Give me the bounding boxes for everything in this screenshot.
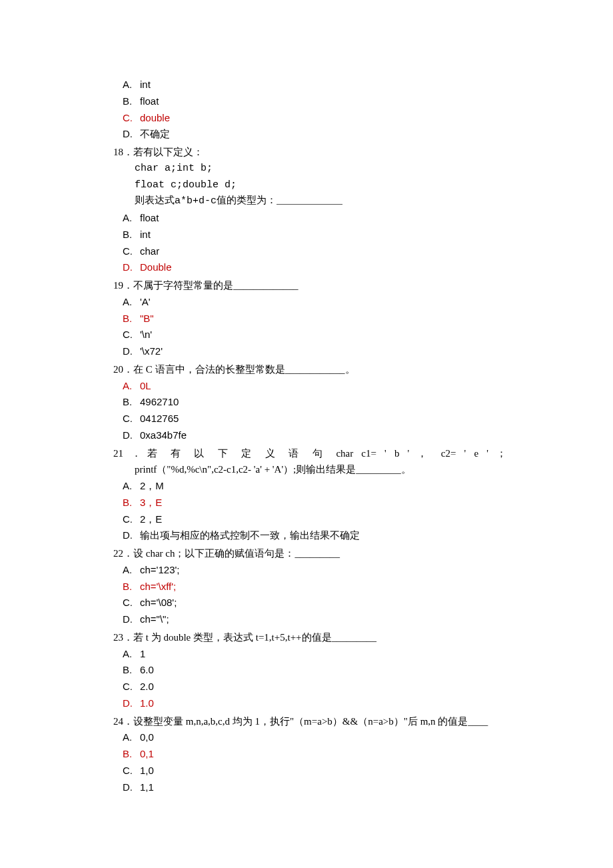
option-label: A.	[123, 77, 140, 93]
option-text: 2，M	[140, 478, 164, 495]
option: D. 1,1	[123, 779, 513, 796]
question-24: 24．设整型变量 m,n,a,b,c,d 均为 1，执行"（m=a>b）&&（n…	[113, 713, 513, 730]
option-label: B.	[123, 746, 140, 763]
option: A. 2，M	[123, 478, 513, 495]
option-text: int	[140, 77, 151, 93]
option: B. 6.0	[123, 662, 513, 679]
question-prompt: 设 char ch；以下正确的赋值语句是：_________	[133, 548, 340, 559]
option-label: C.	[123, 679, 140, 695]
option-label: C.	[123, 110, 140, 127]
option-text: char	[140, 243, 159, 260]
option: C. 2.0	[123, 679, 513, 695]
option-text: float	[140, 210, 159, 227]
option-label: B.	[123, 394, 140, 411]
option-label: C.	[123, 511, 140, 528]
option-text: ch='\08';	[140, 595, 177, 611]
option-label: D.	[123, 126, 140, 143]
option-label: B.	[123, 311, 140, 327]
question-22: 22．设 char ch；以下正确的赋值语句是：_________	[113, 545, 513, 562]
question-prompt: 若 t 为 double 类型，表达式 t=1,t+5,t++的值是______…	[133, 632, 376, 643]
option: B. "B"	[123, 311, 513, 327]
option: A. 1	[123, 646, 513, 663]
option-label: A.	[123, 478, 140, 495]
option-label: C.	[123, 411, 140, 427]
option-label: C.	[123, 595, 140, 611]
question-18: 18．若有以下定义：	[113, 144, 513, 161]
option-text: 0xa34b7fe	[140, 427, 187, 444]
option-label: B.	[123, 662, 140, 679]
question-number: 24．	[113, 716, 133, 727]
option-label: D.	[123, 259, 140, 276]
option-text: 0,1	[140, 746, 154, 763]
option: A. 0,0	[123, 729, 513, 746]
option-text: ch="\";	[140, 611, 169, 628]
option-text: double	[140, 110, 170, 127]
option-text: 1.0	[140, 695, 154, 712]
option: B. 4962710	[123, 394, 513, 411]
document-body: A. int B. float C. double D. 不确定 18．若有以下…	[113, 77, 513, 795]
option-label: A.	[123, 646, 140, 663]
question-21: 21 ．若 有 以 下 定 义 语 句 char c1= ' b ' ， c2=…	[113, 445, 513, 462]
option-label: D.	[123, 695, 140, 712]
option: D. 不确定	[123, 126, 513, 143]
option-label: B.	[123, 227, 140, 243]
question-number: 22．	[113, 548, 133, 559]
option-label: A.	[123, 378, 140, 395]
code-line: 则表达式a*b+d-c值的类型为：___________	[135, 193, 513, 210]
option-label: A.	[123, 210, 140, 227]
option-label: D.	[123, 343, 140, 360]
question-number: 18．	[113, 147, 133, 157]
option-text: ch='\xff';	[140, 579, 176, 595]
option-label: A.	[123, 294, 140, 311]
option-text: "B"	[140, 311, 154, 327]
option: B. 0,1	[123, 746, 513, 763]
option-label: A.	[123, 729, 140, 746]
option: A. 'A'	[123, 294, 513, 311]
option-label: D.	[123, 779, 140, 796]
question-prompt: 若 有 以 下 定 义 语 句 char c1= ' b ' ， c2= ' e…	[147, 448, 507, 459]
option-text: 0412765	[140, 411, 179, 427]
option-text: 6.0	[140, 662, 154, 679]
option: B. ch='\xff';	[123, 579, 513, 595]
option-text: 不确定	[140, 126, 170, 143]
option-text: '\x72'	[140, 343, 163, 360]
option: B. 3，E	[123, 495, 513, 511]
question-23: 23．若 t 为 double 类型，表达式 t=1,t+5,t++的值是___…	[113, 629, 513, 646]
option-label: D.	[123, 427, 140, 444]
option-text: ch='123';	[140, 562, 180, 579]
option-text: 2，E	[140, 511, 162, 528]
option-text: 'A'	[140, 294, 151, 311]
option: A. int	[123, 77, 513, 93]
option: D. ch="\";	[123, 611, 513, 628]
question-number: 19．	[113, 280, 133, 291]
option-label: C.	[123, 243, 140, 260]
option: D. 1.0	[123, 695, 513, 712]
question-20: 20．在 C 语言中，合法的长整型常数是____________。	[113, 361, 513, 378]
question-prompt: 若有以下定义：	[133, 147, 203, 157]
option: C. ch='\08';	[123, 595, 513, 611]
option-label: C.	[123, 327, 140, 343]
option-label: A.	[123, 562, 140, 579]
option: C. double	[123, 110, 513, 127]
option: C. 0412765	[123, 411, 513, 427]
question-prompt: 设整型变量 m,n,a,b,c,d 均为 1，执行"（m=a>b）&&（n=a>…	[133, 716, 488, 727]
question-prompt: 在 C 语言中，合法的长整型常数是____________。	[133, 364, 355, 375]
option: B. float	[123, 93, 513, 110]
option-text: 输出项与相应的格式控制不一致，输出结果不确定	[140, 527, 360, 544]
option: C. 1,0	[123, 763, 513, 779]
option-label: B.	[123, 495, 140, 511]
option: D. '\x72'	[123, 343, 513, 360]
option: A. ch='123';	[123, 562, 513, 579]
option-label: D.	[123, 611, 140, 628]
option-text: float	[140, 93, 159, 110]
option: A. 0L	[123, 378, 513, 395]
question-number: 20．	[113, 364, 133, 375]
option: D. 输出项与相应的格式控制不一致，输出结果不确定	[123, 527, 513, 544]
option-text: 0,0	[140, 729, 154, 746]
option-text: 2.0	[140, 679, 154, 695]
option-text: 3，E	[140, 495, 162, 511]
option-text: Double	[140, 259, 172, 276]
question-continuation: printf（"%d,%c\n",c2-c1,c2- 'a' + 'A'）;则输…	[135, 461, 513, 478]
question-number: 23．	[113, 632, 133, 643]
option: D. 0xa34b7fe	[123, 427, 513, 444]
